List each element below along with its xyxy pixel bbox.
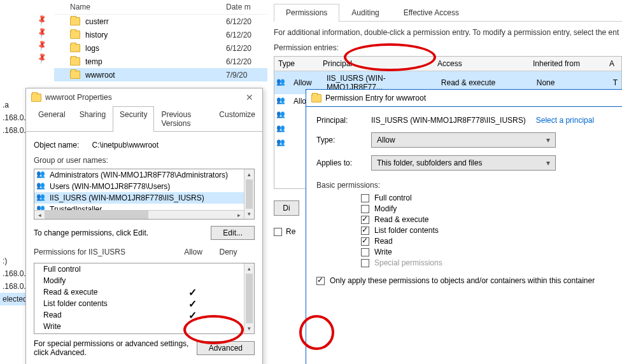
permission-row[interactable]: Read✓ bbox=[34, 309, 254, 321]
folder-name: temp bbox=[85, 57, 226, 66]
tab-auditing[interactable]: Auditing bbox=[339, 4, 391, 21]
checkbox[interactable] bbox=[361, 216, 369, 224]
folder-row[interactable]: custerr 6/12/20 bbox=[54, 15, 277, 28]
basic-permission-item[interactable]: Modify bbox=[361, 204, 612, 213]
group-icon bbox=[37, 183, 46, 190]
tree-item[interactable]: .168.0. bbox=[0, 124, 29, 137]
checkbox[interactable] bbox=[361, 194, 369, 202]
cell-applies: T bbox=[609, 76, 621, 90]
edit-button[interactable]: Edit... bbox=[211, 226, 255, 240]
disable-inheritance-button[interactable]: Di bbox=[274, 200, 299, 216]
permission-row[interactable]: Write bbox=[34, 321, 254, 332]
tab-permissions[interactable]: Permissions bbox=[274, 4, 339, 22]
close-icon[interactable]: ✕ bbox=[242, 92, 257, 102]
list-item-label: Administrators (WIN-MMO1JR8F778\Administ… bbox=[50, 171, 228, 179]
scroll-right-icon[interactable]: ▸ bbox=[234, 211, 244, 219]
tree-item[interactable]: .168.0. bbox=[0, 111, 29, 124]
folder-row-selected[interactable]: wwwroot 7/9/20 bbox=[54, 68, 277, 81]
select-principal-link[interactable]: Select a principal bbox=[536, 116, 594, 125]
chevron-down-icon bbox=[546, 136, 550, 144]
users-listbox[interactable]: Administrators (WIN-MMO1JR8F778\Administ… bbox=[34, 169, 255, 220]
permission-row[interactable]: Full control bbox=[34, 263, 254, 275]
scroll-thumb[interactable] bbox=[246, 179, 253, 209]
folder-name: logs bbox=[85, 44, 226, 53]
basic-permission-item[interactable]: List folder contents bbox=[361, 226, 612, 235]
basic-permission-item[interactable]: Write bbox=[361, 248, 612, 256]
folder-name: wwwroot bbox=[85, 71, 226, 80]
allow-check: ✓ bbox=[175, 298, 210, 310]
principal-value: IIS_IUSRS (WIN-MMO1JR8F778\IIS_IUSRS) bbox=[371, 116, 526, 125]
scroll-left-icon[interactable]: ◂ bbox=[34, 211, 45, 219]
permissions-table[interactable]: Full controlModifyRead & execute✓List fo… bbox=[34, 263, 255, 334]
folder-icon bbox=[70, 71, 80, 79]
tab-general[interactable]: General bbox=[31, 106, 73, 131]
properties-titlebar[interactable]: wwwroot Properties ✕ bbox=[26, 88, 262, 106]
change-permissions-note: To change permissions, click Edit. bbox=[34, 228, 148, 237]
basic-permissions-list: Full controlModifyRead & executeList fol… bbox=[361, 193, 612, 267]
permission-label: List folder contents bbox=[43, 299, 175, 308]
tab-effective-access[interactable]: Effective Access bbox=[392, 4, 471, 21]
checkbox bbox=[361, 259, 369, 267]
folder-icon bbox=[311, 94, 322, 102]
folder-row[interactable]: logs 6/12/20 bbox=[54, 41, 277, 55]
permission-entry-titlebar[interactable]: Permission Entry for wwwroot bbox=[306, 90, 622, 107]
replace-child-checkbox[interactable] bbox=[274, 228, 282, 236]
scrollbar-vertical[interactable]: ▴ ▾ bbox=[244, 169, 254, 219]
column-name[interactable]: Name bbox=[70, 3, 226, 11]
permission-row[interactable]: Read & execute✓ bbox=[34, 286, 254, 298]
list-item-selected[interactable]: IIS_IUSRS (WIN-MMO1JR8F778\IIS_IUSRS) bbox=[34, 192, 254, 204]
tab-customize[interactable]: Customize bbox=[212, 106, 262, 131]
basic-permission-label: Read bbox=[374, 237, 393, 246]
folder-icon bbox=[70, 44, 80, 52]
cell bbox=[290, 122, 299, 136]
basic-permission-item[interactable]: Full control bbox=[361, 193, 612, 202]
scroll-up-icon[interactable]: ▴ bbox=[244, 263, 254, 274]
tab-sharing[interactable]: Sharing bbox=[73, 106, 113, 131]
col-principal[interactable]: Principal bbox=[319, 57, 434, 71]
type-label: Type: bbox=[316, 136, 361, 144]
scroll-thumb[interactable] bbox=[246, 274, 253, 323]
basic-permission-item: Special permissions bbox=[361, 258, 612, 267]
applies-to-dropdown[interactable]: This folder, subfolders and files bbox=[371, 155, 556, 171]
column-date[interactable]: Date m bbox=[226, 3, 271, 11]
permission-entry-title: Permission Entry for wwwroot bbox=[325, 94, 426, 102]
folder-row[interactable]: temp 6/12/20 bbox=[54, 55, 277, 68]
dropdown-value: Allow bbox=[377, 136, 395, 144]
basic-permission-item[interactable]: Read bbox=[361, 237, 612, 246]
basic-permission-item[interactable]: Read & execute bbox=[361, 215, 612, 224]
col-applies[interactable]: A bbox=[605, 57, 621, 71]
dropdown-value: This folder, subfolders and files bbox=[377, 158, 482, 167]
scroll-thumb[interactable] bbox=[45, 211, 148, 219]
col-type[interactable]: Type bbox=[274, 57, 319, 71]
advanced-button[interactable]: Advanced bbox=[197, 341, 255, 355]
tab-security[interactable]: Security bbox=[113, 106, 154, 132]
table-header[interactable]: Type Principal Access Inherited from A bbox=[274, 57, 621, 71]
type-dropdown[interactable]: Allow bbox=[371, 132, 556, 148]
folder-date: 6/12/20 bbox=[226, 57, 271, 66]
permission-row[interactable]: List folder contents✓ bbox=[34, 298, 254, 309]
col-inherited[interactable]: Inherited from bbox=[529, 57, 605, 71]
folder-row[interactable]: history 6/12/20 bbox=[54, 28, 277, 41]
scrollbar-horizontal[interactable]: ◂ ▸ bbox=[34, 210, 244, 219]
scroll-up-icon[interactable]: ▴ bbox=[244, 169, 254, 179]
group-icon bbox=[277, 97, 286, 105]
permission-row[interactable]: Modify bbox=[34, 275, 254, 286]
checkbox[interactable] bbox=[361, 237, 369, 246]
cell-inherited: None bbox=[533, 76, 609, 90]
explorer-columns[interactable]: Name Date m bbox=[54, 0, 277, 15]
list-item[interactable]: Administrators (WIN-MMO1JR8F778\Administ… bbox=[34, 169, 254, 181]
only-apply-checkbox[interactable] bbox=[316, 277, 325, 285]
basic-permission-label: Special permissions bbox=[374, 258, 442, 267]
tree-item[interactable]: .a bbox=[0, 99, 29, 111]
folder-date: 6/12/20 bbox=[226, 17, 271, 26]
basic-permission-label: Full control bbox=[374, 193, 412, 202]
scrollbar-vertical[interactable]: ▴ ▾ bbox=[244, 263, 254, 333]
checkbox[interactable] bbox=[361, 227, 369, 235]
checkbox[interactable] bbox=[361, 205, 369, 213]
scroll-down-icon[interactable]: ▾ bbox=[244, 209, 254, 219]
checkbox[interactable] bbox=[361, 248, 369, 256]
list-item[interactable]: Users (WIN-MMO1JR8F778\Users) bbox=[34, 181, 254, 192]
col-access[interactable]: Access bbox=[434, 57, 529, 71]
scroll-down-icon[interactable]: ▾ bbox=[244, 323, 254, 333]
tab-previous-versions[interactable]: Previous Versions bbox=[154, 106, 212, 131]
